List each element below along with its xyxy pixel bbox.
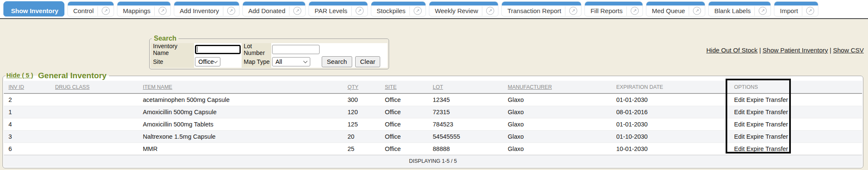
cell-drug-class: [50, 93, 138, 106]
external-link-icon[interactable]: ↗: [693, 7, 701, 15]
col-header-expiration-date: EXPIRATION DATE: [612, 81, 729, 93]
tab-fill-reports[interactable]: Fill Reports ↗: [584, 1, 643, 16]
cell-qty: 25: [343, 143, 380, 155]
cell-site: Office: [380, 93, 428, 106]
search-button[interactable]: Search: [322, 56, 352, 67]
table-row: 6 MMR 25 Office 88888 Glaxo 10-01-2030 E…: [4, 143, 862, 155]
expire-link[interactable]: Expire: [746, 96, 764, 103]
col-header-manufacturer: MANUFACTURER: [503, 81, 612, 93]
cell-manufacturer: Glaxo: [503, 93, 612, 106]
external-link-icon[interactable]: ↗: [631, 7, 639, 15]
table-row: 1 Amoxicillin 500mg Capsule 120 Office 7…: [4, 106, 862, 118]
edit-link[interactable]: Edit: [734, 121, 745, 128]
map-type-select[interactable]: All: [272, 57, 310, 66]
external-link-icon[interactable]: ↗: [759, 7, 767, 15]
expire-link[interactable]: Expire: [746, 133, 764, 140]
cell-lot: 88888: [428, 143, 503, 155]
cell-filler: [796, 106, 862, 118]
tab-add-inventory[interactable]: Add Inventory ↗: [174, 1, 239, 16]
lot-number-input[interactable]: [272, 45, 320, 54]
tab-blank-labels[interactable]: Blank Labels ↗: [708, 1, 771, 16]
tab-label: Add Inventory: [174, 7, 223, 14]
cell-item-name: MMR: [138, 143, 343, 155]
hide-section-link[interactable]: Hide ( 5 ): [6, 71, 33, 79]
show-patient-inventory-link[interactable]: Show Patient Inventory: [762, 47, 828, 54]
cell-drug-class: [50, 106, 138, 118]
cell-item-name: Naltrexone 1.5mg Capsule: [138, 131, 343, 143]
cell-inv-id: 6: [4, 143, 50, 155]
cell-lot: 12345: [428, 93, 503, 106]
chevron-down-icon: [214, 59, 218, 63]
col-header-drug-class: DRUG CLASS: [50, 81, 138, 93]
search-row-2: Site Office Map Type All Search Clear: [151, 55, 387, 68]
tab-transaction-report[interactable]: Transaction Report ↗: [501, 1, 581, 16]
show-csv-link[interactable]: Show CSV: [833, 47, 864, 54]
cell-lot: 784523: [428, 118, 503, 131]
inventory-name-input[interactable]: [195, 45, 241, 54]
col-header-filler: [796, 81, 862, 93]
tab-par-levels[interactable]: PAR Levels ↗: [309, 1, 367, 16]
edit-link[interactable]: Edit: [734, 96, 745, 103]
expire-link[interactable]: Expire: [746, 145, 764, 152]
external-link-icon[interactable]: ↗: [486, 7, 494, 15]
col-header-site: SITE: [380, 81, 428, 93]
edit-link[interactable]: Edit: [734, 133, 745, 140]
site-select[interactable]: Office: [195, 57, 220, 66]
external-link-icon[interactable]: ↗: [356, 7, 364, 15]
tab-label: Fill Reports: [585, 7, 626, 14]
tab-med-queue[interactable]: Med Queue ↗: [646, 1, 705, 16]
site-select-value: Office: [198, 58, 214, 65]
expire-link[interactable]: Expire: [746, 121, 764, 128]
edit-link[interactable]: Edit: [734, 145, 745, 152]
external-link-icon[interactable]: ↗: [293, 7, 301, 15]
external-link-icon[interactable]: ↗: [806, 7, 814, 15]
tab-import[interactable]: Import ↗: [774, 1, 818, 16]
search-row-1: Inventory Name Lot Number: [151, 43, 387, 55]
table-row: 2 acetaminophen 500mg Capsule 300 Office…: [4, 93, 862, 106]
external-link-icon[interactable]: ↗: [414, 7, 422, 15]
expire-link[interactable]: Expire: [746, 109, 764, 115]
external-link-icon[interactable]: ↗: [159, 7, 167, 15]
transfer-link[interactable]: Transfer: [765, 145, 788, 152]
hide-out-of-stock-link[interactable]: Hide Out Of Stock: [706, 47, 757, 54]
external-link-icon[interactable]: ↗: [102, 7, 110, 15]
cell-filler: [796, 118, 862, 131]
tab-stockpiles[interactable]: Stockpiles ↗: [371, 1, 426, 16]
col-header-item-name: ITEM NAME: [138, 81, 343, 93]
tab-label: Show Inventory: [6, 7, 62, 14]
col-header-options: OPTIONS: [729, 81, 796, 93]
cell-expiration-date: 08-01-2016: [612, 106, 729, 118]
tab-label: Blank Labels: [709, 7, 754, 14]
cell-filler: [796, 143, 862, 155]
cell-site: Office: [380, 106, 428, 118]
general-inventory-legend: Hide ( 5 ) General Inventory: [6, 71, 109, 80]
cell-manufacturer: Glaxo: [503, 131, 612, 143]
cell-options: Edit Expire Transfer: [729, 131, 796, 143]
transfer-link[interactable]: Transfer: [765, 96, 788, 103]
clear-button[interactable]: Clear: [355, 56, 381, 67]
transfer-link[interactable]: Transfer: [765, 121, 788, 128]
cell-item-name: acetaminophen 500mg Capsule: [138, 93, 343, 106]
tab-label: Import: [774, 7, 802, 14]
cell-manufacturer: Glaxo: [503, 143, 612, 155]
tab-show-inventory[interactable]: Show Inventory: [3, 1, 64, 16]
external-link-icon[interactable]: ↗: [569, 7, 577, 15]
transfer-link[interactable]: Transfer: [765, 133, 788, 140]
cell-drug-class: [50, 118, 138, 131]
cell-qty: 300: [343, 93, 380, 106]
text-caret: [197, 47, 198, 52]
cell-options: Edit Expire Transfer: [729, 118, 796, 131]
external-link-icon[interactable]: ↗: [227, 7, 235, 15]
tab-weekly-review[interactable]: Weekly Review ↗: [429, 1, 498, 16]
table-footer-row: DISPLAYING 1-5 / 5: [4, 155, 862, 167]
col-header-qty: QTY: [343, 81, 380, 93]
section-title: General Inventory: [38, 71, 107, 80]
tab-label: Mappings: [117, 7, 154, 14]
transfer-link[interactable]: Transfer: [765, 109, 788, 115]
tab-add-donated[interactable]: Add Donated ↗: [242, 1, 306, 16]
tab-control[interactable]: Control ↗: [67, 1, 114, 16]
tab-mappings[interactable]: Mappings ↗: [117, 1, 171, 16]
col-header-lot: LOT: [428, 81, 503, 93]
cell-inv-id: 3: [4, 131, 50, 143]
edit-link[interactable]: Edit: [734, 109, 745, 115]
